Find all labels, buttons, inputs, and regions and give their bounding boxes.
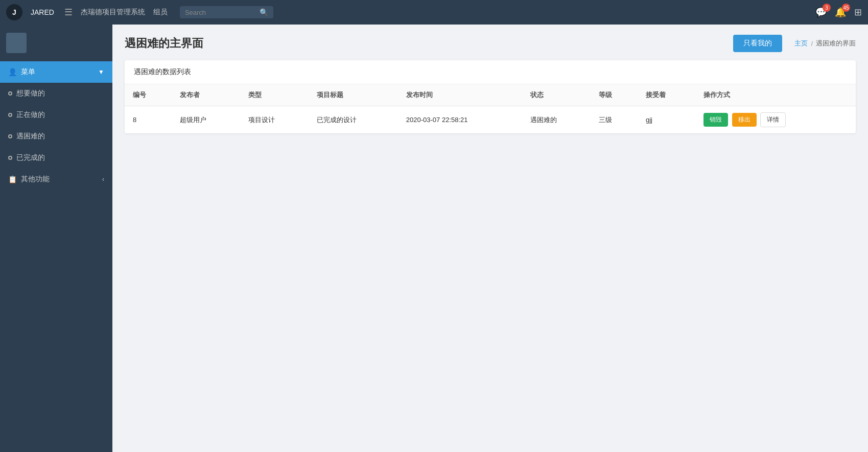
sidebar-item-stuck[interactable]: 遇困难的 bbox=[0, 126, 112, 147]
breadcrumb-separator: / bbox=[811, 40, 813, 47]
page-header: 遇困难的主界面 只看我的 主页 / 遇困难的界面 bbox=[112, 25, 868, 60]
search-icon[interactable]: 🔍 bbox=[260, 8, 268, 16]
sidebar-item-menu[interactable]: 👤 菜单 ▼ bbox=[0, 61, 112, 83]
search-bar: 🔍 bbox=[180, 6, 273, 18]
cell-status: 遇困难的 bbox=[522, 106, 591, 134]
cell-level: 三级 bbox=[591, 106, 638, 134]
cell-title: 已完成的设计 bbox=[309, 106, 398, 134]
cancel-button[interactable]: 销毁 bbox=[703, 113, 728, 127]
breadcrumb-home[interactable]: 主页 bbox=[794, 39, 808, 48]
sidebar-label-stuck: 遇困难的 bbox=[16, 132, 45, 141]
dot-icon bbox=[8, 91, 12, 96]
page-title: 遇困难的主界面 bbox=[125, 36, 733, 51]
col-header-publisher: 发布者 bbox=[172, 84, 240, 106]
my-only-button[interactable]: 只看我的 bbox=[733, 35, 782, 52]
chevron-left-icon: ‹ bbox=[102, 176, 104, 183]
cell-assignee: gjj bbox=[638, 106, 695, 134]
dot-icon bbox=[8, 113, 12, 117]
app-logo: J bbox=[6, 4, 22, 20]
chat-icon-btn[interactable]: 💬 3 bbox=[815, 7, 827, 18]
col-header-assignee: 接受着 bbox=[638, 84, 695, 106]
sidebar-label-doing: 正在做的 bbox=[16, 110, 45, 120]
col-header-actions: 操作方式 bbox=[695, 84, 856, 106]
members-link[interactable]: 组员 bbox=[153, 8, 168, 17]
table-body: 8 超级用户 项目设计 已完成的设计 2020-03-07 22:58:21 遇… bbox=[125, 106, 856, 134]
cell-time: 2020-03-07 22:58:21 bbox=[398, 106, 522, 134]
chat-badge: 3 bbox=[823, 4, 831, 12]
col-header-title: 项目标题 bbox=[309, 84, 398, 106]
menu-icon: 👤 bbox=[8, 68, 17, 76]
data-table: 编号 发布者 类型 项目标题 发布时间 状态 等级 接受着 操作方式 8 超级用 bbox=[125, 84, 856, 133]
hamburger-icon[interactable]: ☰ bbox=[64, 7, 73, 18]
sidebar-item-doing[interactable]: 正在做的 bbox=[0, 104, 112, 126]
cell-id: 8 bbox=[125, 106, 172, 134]
cell-publisher: 超级用户 bbox=[172, 106, 240, 134]
grid-icon[interactable]: ⊞ bbox=[854, 7, 862, 18]
main-layout: 👤 菜单 ▼ 想要做的 正在做的 遇困难的 已完成的 📋 其他功能 ‹ bbox=[0, 25, 868, 452]
sidebar-label-done: 已完成的 bbox=[16, 153, 45, 162]
search-input[interactable] bbox=[185, 9, 256, 16]
dot-icon bbox=[8, 156, 12, 160]
avatar bbox=[6, 33, 27, 53]
col-header-time: 发布时间 bbox=[398, 84, 522, 106]
navbar-icons: 💬 3 🔔 45 ⊞ bbox=[815, 7, 862, 18]
bell-icon-btn[interactable]: 🔔 45 bbox=[835, 7, 846, 18]
cell-actions: 销毁 移出 详情 bbox=[695, 106, 856, 134]
sidebar-avatar-area bbox=[0, 25, 112, 61]
book-icon: 📋 bbox=[8, 175, 17, 183]
content-area: 遇困难的主界面 只看我的 主页 / 遇困难的界面 遇困难的数据列表 编号 发布者… bbox=[112, 25, 868, 452]
sidebar-menu-label: 菜单 bbox=[21, 67, 35, 77]
navbar: J JARED ☰ 杰瑞德项目管理系统 组员 🔍 💬 3 🔔 45 ⊞ bbox=[0, 0, 868, 25]
sidebar-other-label: 其他功能 bbox=[21, 175, 50, 184]
cell-type: 项目设计 bbox=[240, 106, 309, 134]
sidebar-item-done[interactable]: 已完成的 bbox=[0, 147, 112, 169]
col-header-status: 状态 bbox=[522, 84, 591, 106]
table-row: 8 超级用户 项目设计 已完成的设计 2020-03-07 22:58:21 遇… bbox=[125, 106, 856, 134]
col-header-id: 编号 bbox=[125, 84, 172, 106]
col-header-type: 类型 bbox=[240, 84, 309, 106]
chevron-down-icon: ▼ bbox=[98, 68, 104, 76]
sidebar: 👤 菜单 ▼ 想要做的 正在做的 遇困难的 已完成的 📋 其他功能 ‹ bbox=[0, 25, 112, 452]
table-header-row: 编号 发布者 类型 项目标题 发布时间 状态 等级 接受着 操作方式 bbox=[125, 84, 856, 106]
breadcrumb: 主页 / 遇困难的界面 bbox=[794, 39, 856, 48]
breadcrumb-current: 遇困难的界面 bbox=[816, 39, 856, 48]
sidebar-label-todo: 想要做的 bbox=[16, 89, 45, 98]
bell-badge: 45 bbox=[842, 4, 850, 12]
sidebar-item-other[interactable]: 📋 其他功能 ‹ bbox=[0, 169, 112, 190]
dot-icon bbox=[8, 134, 12, 138]
table-head: 编号 发布者 类型 项目标题 发布时间 状态 等级 接受着 操作方式 bbox=[125, 84, 856, 106]
col-header-level: 等级 bbox=[591, 84, 638, 106]
detail-button[interactable]: 详情 bbox=[760, 112, 786, 127]
move-button[interactable]: 移出 bbox=[732, 113, 757, 127]
system-title: 杰瑞德项目管理系统 bbox=[81, 8, 145, 17]
table-card: 遇困难的数据列表 编号 发布者 类型 项目标题 发布时间 状态 等级 接受着 操… bbox=[125, 60, 856, 133]
table-card-title: 遇困难的数据列表 bbox=[125, 60, 856, 84]
sidebar-item-todo[interactable]: 想要做的 bbox=[0, 83, 112, 104]
app-username: JARED bbox=[31, 8, 54, 16]
